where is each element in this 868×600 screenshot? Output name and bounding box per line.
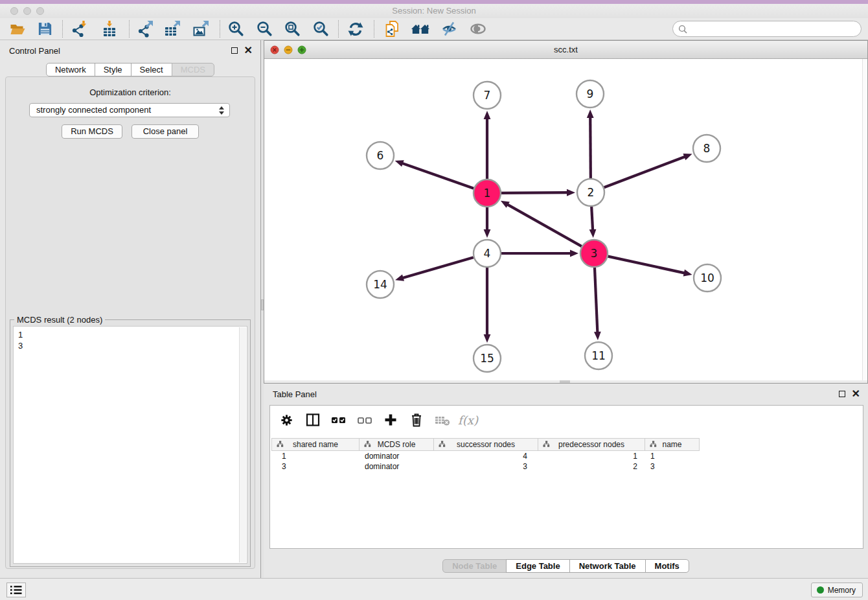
cell[interactable]: 3	[645, 461, 700, 472]
tab-motifs[interactable]: Motifs	[645, 559, 689, 573]
column-header-name[interactable]: name	[645, 439, 700, 450]
node-label-10: 10	[700, 271, 714, 284]
cell[interactable]: 1	[645, 451, 700, 461]
mcds-result-text: 1 3	[18, 329, 23, 351]
edge-2-8[interactable]	[604, 156, 686, 187]
tab-mcds[interactable]: MCDS	[172, 63, 214, 76]
function-builder-button[interactable]: f(x)	[459, 411, 477, 429]
split-handle[interactable]	[560, 380, 570, 383]
show-hidden-button[interactable]	[466, 18, 490, 40]
column-header-successor-nodes[interactable]: successor nodes	[434, 439, 538, 450]
sort-icon[interactable]	[277, 441, 284, 448]
network-scrollbar[interactable]	[862, 59, 867, 380]
edge-arrowhead	[395, 274, 404, 281]
import-network-button[interactable]	[67, 18, 91, 40]
search-field[interactable]	[672, 21, 862, 37]
show-columns-button[interactable]	[304, 411, 321, 429]
delete-table-button[interactable]	[433, 411, 451, 429]
zoom-out-button[interactable]	[252, 18, 277, 40]
table-row[interactable]: 3dominator323	[271, 461, 700, 472]
export-image-button[interactable]	[188, 18, 213, 40]
cell[interactable]: dominator	[360, 461, 434, 472]
sort-icon[interactable]	[364, 441, 371, 448]
import-table-button[interactable]	[98, 18, 122, 40]
task-history-button[interactable]	[6, 583, 26, 597]
close-table-panel-icon[interactable]: ✕	[852, 390, 860, 398]
tab-select[interactable]: Select	[131, 63, 172, 76]
delete-row-button[interactable]	[407, 411, 425, 429]
edge-3-11[interactable]	[595, 268, 597, 333]
apply-layout-button[interactable]	[343, 18, 368, 40]
edge-arrowhead	[484, 229, 491, 238]
network-graph[interactable]: 7968124314101511	[264, 59, 867, 380]
table-options-button[interactable]	[278, 411, 295, 429]
fit-content-button[interactable]	[280, 18, 304, 40]
run-mcds-button[interactable]: Run MCDS	[62, 124, 122, 139]
close-panel-button[interactable]: Close panel	[131, 124, 199, 139]
node-label-8: 8	[703, 142, 711, 155]
clone-network-button[interactable]	[380, 18, 404, 40]
tab-node-table[interactable]: Node Table	[442, 559, 507, 573]
export-network-button[interactable]	[133, 18, 157, 40]
list-icon	[10, 585, 22, 595]
memory-button[interactable]: Memory	[811, 583, 863, 597]
cell[interactable]: 4	[434, 451, 538, 461]
cell[interactable]: 2	[538, 461, 645, 472]
sort-icon[interactable]	[439, 441, 446, 448]
add-row-button[interactable]	[382, 411, 399, 429]
edge-1-2[interactable]	[501, 192, 568, 193]
edge-2-9[interactable]	[590, 117, 591, 178]
edge-1-6[interactable]	[402, 163, 474, 189]
select-all-button[interactable]	[330, 411, 347, 429]
optimization-criterion-label: Optimization criterion:	[6, 87, 255, 97]
export-table-button[interactable]	[160, 18, 185, 40]
column-header-shared-name[interactable]: shared name	[271, 439, 360, 450]
search-input[interactable]	[691, 22, 856, 36]
float-table-panel-icon[interactable]	[839, 391, 845, 397]
mcds-result-area[interactable]: 1 3	[13, 326, 247, 564]
tab-style[interactable]: Style	[95, 63, 131, 76]
edge-2-3[interactable]	[591, 207, 593, 231]
tab-network-table[interactable]: Network Table	[569, 559, 646, 573]
column-header-mcds-role[interactable]: MCDS role	[360, 439, 434, 450]
window-titlebar[interactable]: Session: New Session	[0, 4, 868, 18]
network-titlebar[interactable]: scc.txt	[264, 41, 867, 59]
column-header-predecessor-nodes[interactable]: predecessor nodes	[538, 439, 645, 450]
search-icon	[678, 25, 687, 34]
edge-3-1[interactable]	[507, 204, 581, 246]
network-bottom-strip	[264, 380, 867, 383]
cell[interactable]: 3	[434, 461, 538, 472]
tab-edge-table[interactable]: Edge Table	[506, 559, 569, 573]
zoom-selected-button[interactable]	[308, 18, 333, 40]
cell[interactable]: 1	[538, 451, 645, 461]
network-canvas[interactable]: 7968124314101511	[264, 59, 867, 380]
edge-arrowhead	[484, 111, 491, 119]
toolbar-separator	[62, 20, 63, 38]
sort-icon[interactable]	[543, 441, 550, 448]
show-all-button[interactable]	[408, 18, 433, 40]
open-session-button[interactable]	[5, 18, 30, 40]
plus-icon	[383, 412, 398, 428]
edge-4-14[interactable]	[402, 257, 474, 278]
table-row[interactable]: 1dominator411	[271, 451, 700, 461]
toolbar-separator	[129, 20, 130, 38]
edge-arrowhead	[395, 160, 404, 167]
network-document-icon	[383, 20, 401, 38]
sort-icon[interactable]	[650, 441, 657, 448]
hide-selected-button[interactable]	[437, 18, 461, 40]
criterion-dropdown[interactable]: strongly connected component	[29, 103, 230, 117]
cell[interactable]: 1	[271, 451, 360, 461]
edge-3-10[interactable]	[608, 257, 685, 273]
float-panel-icon[interactable]	[231, 47, 238, 54]
tab-network[interactable]: Network	[46, 63, 95, 76]
zoom-in-button[interactable]	[223, 18, 248, 40]
result-scrollbar[interactable]	[239, 327, 246, 562]
node-label-2: 2	[588, 186, 595, 199]
close-panel-icon[interactable]: ✕	[244, 47, 253, 54]
cell[interactable]: dominator	[360, 451, 434, 461]
column-label: name	[662, 440, 681, 449]
save-disk-icon	[37, 21, 53, 37]
cell[interactable]: 3	[271, 461, 360, 472]
deselect-all-button[interactable]	[356, 411, 373, 429]
save-session-button[interactable]	[32, 18, 57, 40]
